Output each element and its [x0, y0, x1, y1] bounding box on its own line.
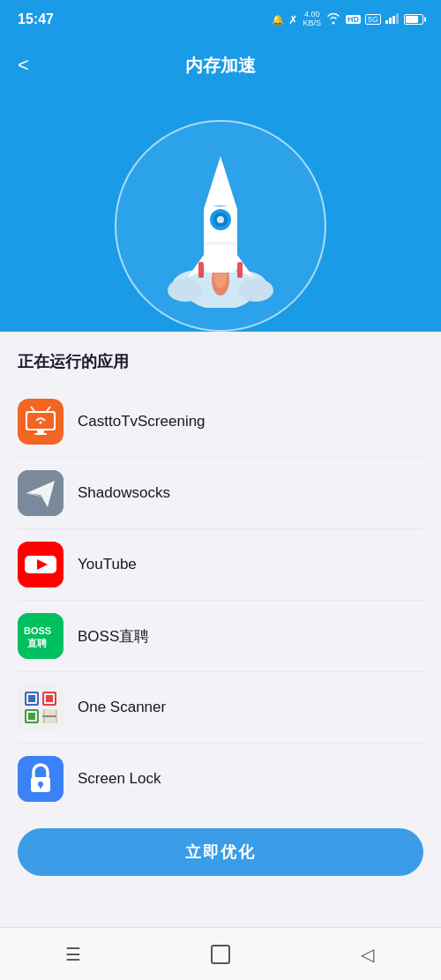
svg-rect-17 — [204, 242, 237, 245]
app-icon-screenlock — [18, 756, 64, 802]
section-title: 正在运行的应用 — [18, 351, 423, 372]
svg-point-23 — [40, 422, 42, 424]
list-item: YouTube — [18, 529, 423, 601]
signal-icon — [385, 13, 400, 26]
back-nav-icon: ◁ — [361, 944, 374, 965]
app-icon-boss: BOSS 直聘 — [18, 613, 64, 659]
app-icon-youtube — [18, 542, 64, 587]
list-item: BOSS 直聘 BOSS直聘 — [18, 601, 423, 672]
svg-rect-33 — [18, 613, 64, 659]
page-container: 15:47 🔔 ✗ 4.00KB/S HD 5G — [0, 0, 441, 980]
svg-rect-36 — [18, 685, 64, 730]
svg-rect-25 — [34, 433, 47, 435]
svg-rect-24 — [37, 430, 44, 433]
svg-rect-1 — [389, 18, 392, 24]
svg-text:直聘: 直聘 — [27, 638, 48, 648]
app-name-youtube: YouTube — [78, 556, 137, 573]
scroll-container: 正在运行的应用 — [0, 85, 441, 980]
app-name-scanner: One Scanner — [78, 699, 166, 716]
notification-icon: 🔔 — [272, 14, 284, 26]
status-bar: 15:47 🔔 ✗ 4.00KB/S HD 5G — [0, 0, 441, 39]
list-item: Shadowsocks — [18, 458, 423, 529]
status-time: 15:47 — [18, 11, 54, 27]
svg-text:BOSS: BOSS — [24, 625, 51, 636]
list-item: CasttoTvScreening — [18, 386, 423, 458]
svg-rect-20 — [27, 413, 54, 429]
hero-section — [0, 85, 441, 332]
svg-rect-42 — [46, 695, 53, 702]
svg-point-7 — [168, 279, 203, 302]
optimize-button[interactable]: 立即优化 — [18, 828, 423, 876]
svg-rect-2 — [392, 16, 395, 24]
home-icon — [211, 945, 230, 964]
home-nav-button[interactable] — [203, 937, 238, 972]
list-item: One Scanner — [18, 672, 423, 744]
app-icon-casttv — [18, 399, 64, 445]
page-title: 内存加速 — [185, 54, 256, 78]
app-name-shadowsocks: Shadowsocks — [78, 484, 170, 502]
main-content: 正在运行的应用 — [0, 332, 441, 814]
5g-badge: 5G — [365, 14, 381, 25]
app-name-casttv: CasttoTvScreening — [78, 413, 206, 430]
svg-rect-53 — [40, 784, 41, 789]
svg-point-8 — [238, 279, 273, 302]
hero-circle — [115, 120, 326, 332]
app-name-boss: BOSS直聘 — [78, 626, 149, 647]
svg-rect-15 — [198, 262, 204, 278]
status-icons: 🔔 ✗ 4.00KB/S HD 5G — [272, 11, 423, 28]
network-speed: 4.00KB/S — [303, 11, 321, 28]
svg-rect-3 — [396, 13, 399, 24]
menu-nav-button[interactable]: ☰ — [56, 937, 91, 972]
optimize-button-container: 立即优化 — [0, 814, 441, 890]
wifi-icon — [325, 12, 341, 26]
svg-rect-16 — [237, 262, 243, 278]
rocket-illustration — [163, 140, 278, 308]
header: < 内存加速 — [0, 39, 441, 85]
bottom-nav: ☰ ◁ — [0, 927, 441, 980]
menu-icon: ☰ — [65, 944, 81, 965]
hd-badge: HD — [346, 15, 361, 24]
app-icon-shadowsocks — [18, 470, 64, 516]
svg-rect-39 — [28, 695, 35, 702]
back-nav-button[interactable]: ◁ — [350, 937, 385, 972]
app-list: CasttoTvScreening Shadowsocks — [18, 386, 423, 814]
back-button[interactable]: < — [18, 54, 29, 77]
list-item: Screen Lock — [18, 744, 423, 814]
app-icon-scanner — [18, 685, 64, 730]
battery-icon — [404, 14, 423, 25]
svg-rect-0 — [385, 20, 388, 24]
svg-rect-45 — [28, 713, 35, 720]
app-name-screenlock: Screen Lock — [78, 770, 161, 788]
svg-point-14 — [217, 216, 224, 223]
bluetooth-icon: ✗ — [288, 13, 298, 26]
